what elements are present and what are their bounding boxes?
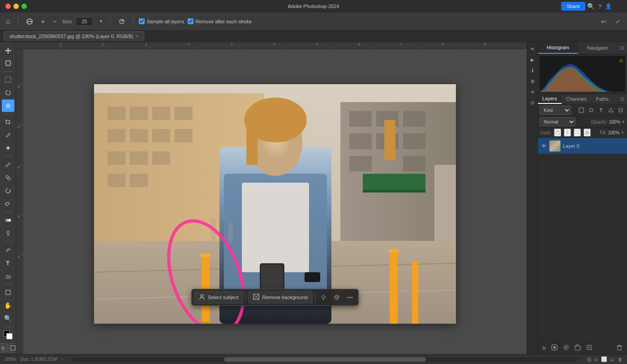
right-adjust-btn[interactable]: ≋ — [528, 87, 537, 97]
pen-tool[interactable] — [2, 244, 14, 256]
right-play-btn[interactable]: ▶ — [528, 55, 537, 64]
layers-filter-pixel-btn[interactable] — [577, 106, 586, 115]
layers-filter-adj-btn[interactable] — [587, 106, 596, 115]
scrollbar-thumb[interactable] — [224, 357, 426, 362]
quick-select-tool[interactable] — [2, 99, 14, 112]
quick-mask-btn[interactable]: Q — [0, 343, 8, 352]
filter-smart-icon — [618, 107, 623, 113]
size-dropdown-btn[interactable]: ▼ — [97, 18, 105, 25]
dodge-tool[interactable] — [2, 227, 14, 240]
artboard-tool[interactable] — [2, 57, 14, 69]
hand-tool[interactable]: ✋ — [2, 299, 14, 312]
type-tool[interactable]: T — [2, 257, 14, 269]
ruler-left-svg: 0 1 2 3 4 — [16, 49, 23, 354]
delete-layer-btn[interactable] — [614, 343, 624, 353]
lock-artboard-btn[interactable] — [574, 128, 581, 137]
delete-btn[interactable]: 🗑 — [618, 357, 623, 362]
svg-rect-93 — [242, 183, 309, 272]
right-collapse-btn[interactable]: ≪ — [528, 44, 537, 54]
move-tool[interactable] — [2, 44, 14, 56]
fill-dropdown-btn[interactable]: ▼ — [621, 131, 624, 135]
heal-tool[interactable]: ✚ — [2, 142, 14, 154]
remove-after-stroke-group[interactable]: Remove after each stroke — [188, 18, 252, 24]
layer-item[interactable]: 👁 Layer 0 — [538, 138, 627, 154]
history-brush-tool[interactable] — [2, 184, 14, 197]
lock-move-icon — [565, 129, 570, 135]
layers-tab-btn[interactable]: Layers — [538, 94, 562, 104]
new-group-btn[interactable] — [573, 343, 583, 353]
opacity-dropdown-btn[interactable]: ▼ — [622, 120, 625, 124]
right-mask-btn[interactable]: ⊙ — [528, 98, 537, 107]
confirm-button[interactable]: ✓ — [613, 17, 623, 26]
horizontal-scrollbar[interactable] — [72, 357, 578, 362]
sample-all-layers-checkbox[interactable] — [139, 18, 145, 24]
path-select-tool[interactable] — [2, 270, 14, 282]
sample-all-layers-group[interactable]: Sample all layers — [139, 18, 184, 24]
lock-all-btn[interactable] — [584, 128, 591, 137]
screen-mode-btn[interactable] — [9, 343, 17, 352]
effects-btn[interactable]: fx — [594, 357, 598, 362]
document-tab[interactable]: shutterstock_2250060537.jpg @ 100% (Laye… — [4, 31, 144, 41]
masks-btn[interactable]: ⬜ — [601, 356, 607, 362]
blend-mode-select[interactable]: Normal — [540, 117, 575, 126]
paths-tab-btn[interactable]: Paths — [592, 94, 613, 104]
histogram-menu-btn[interactable]: ☰ — [618, 42, 627, 54]
shape-tool[interactable] — [2, 286, 14, 299]
layers-kind-select[interactable]: Kind — [540, 106, 571, 115]
close-button[interactable] — [5, 4, 11, 9]
zoom-tool[interactable]: 🔍 — [2, 312, 14, 325]
angle-btn[interactable] — [116, 17, 128, 26]
arrange-btn[interactable]: ⛓ — [587, 357, 592, 362]
remove-after-stroke-checkbox[interactable] — [188, 18, 193, 24]
layer-fx-btn[interactable]: fx — [541, 345, 548, 351]
remove-background-btn[interactable]: Remove background — [248, 291, 313, 304]
right-grid-btn[interactable]: ⊞ — [528, 76, 537, 86]
plus-btn[interactable]: + — [39, 17, 47, 26]
status-arrow[interactable]: › — [61, 357, 63, 362]
help-button[interactable]: ? — [597, 3, 603, 10]
eyedropper-tool[interactable] — [2, 129, 14, 141]
layers-menu-btn[interactable]: ☰ — [618, 94, 627, 104]
account-button[interactable]: 👤 — [603, 3, 614, 9]
svg-rect-22 — [11, 346, 15, 350]
foreground-bg-colors[interactable] — [2, 329, 14, 341]
layer-visibility-btn[interactable]: 👁 — [541, 143, 547, 149]
brush-tool[interactable] — [2, 158, 14, 171]
toolbar-sep-3 — [133, 17, 133, 26]
canvas-scroll[interactable]: 0 1 2 3 4 — [16, 49, 527, 354]
home-button[interactable]: ⌂ — [4, 16, 13, 27]
eraser-tool[interactable] — [2, 197, 14, 210]
maximize-button[interactable] — [21, 4, 27, 9]
layers-filter-shape-btn[interactable] — [606, 106, 615, 115]
pin-btn[interactable] — [317, 291, 330, 304]
search-button[interactable]: 🔍 — [585, 3, 597, 10]
crop-tool[interactable] — [2, 116, 14, 128]
navigator-tab[interactable]: Navigator — [578, 42, 618, 54]
erase-tool-btn[interactable] — [24, 17, 35, 26]
layers-filter-smart-btn[interactable] — [616, 106, 625, 115]
select-subject-btn[interactable]: Select subject — [193, 291, 244, 304]
path-select-icon — [5, 273, 11, 279]
share-button[interactable]: Share — [561, 2, 585, 11]
add-adjustment-btn[interactable] — [561, 343, 571, 353]
gradient-tool[interactable] — [2, 214, 14, 227]
undo-button[interactable]: ↩ — [598, 17, 609, 26]
right-info-btn[interactable]: ℹ — [528, 65, 537, 75]
lock-move-btn[interactable] — [564, 128, 571, 137]
marquee-tool[interactable] — [2, 73, 14, 86]
tab-close-btn[interactable]: × — [136, 34, 138, 39]
channels-tab-btn[interactable]: Channels — [562, 94, 591, 104]
layers-filter-type-btn[interactable]: T — [597, 106, 606, 115]
lasso-tool[interactable] — [2, 86, 14, 99]
histogram-tab[interactable]: Histogram — [538, 42, 578, 54]
lock-pixels-btn[interactable] — [554, 128, 561, 137]
clone-tool[interactable] — [2, 171, 14, 184]
add-mask-btn[interactable] — [550, 343, 559, 353]
minimize-button[interactable] — [13, 4, 19, 9]
mask-btn[interactable] — [331, 291, 343, 304]
size-input[interactable] — [75, 17, 93, 26]
new-frame-btn[interactable]: 🗂 — [610, 357, 615, 362]
more-options-btn[interactable]: ••• — [344, 291, 356, 304]
new-layer-btn[interactable] — [584, 343, 594, 353]
minus-btn[interactable]: − — [51, 17, 59, 26]
